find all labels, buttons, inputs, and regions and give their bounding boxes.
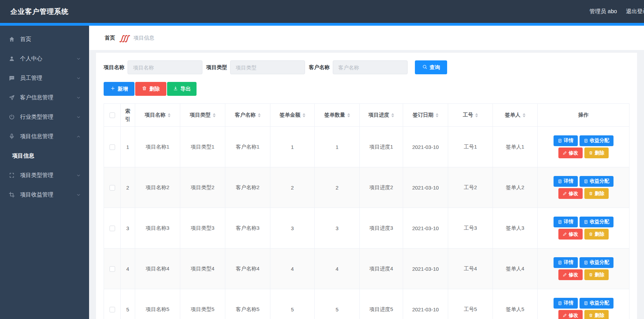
breadcrumb: 首页 ∭ 项目信息 — [89, 26, 644, 50]
sidebar-item-profile-center[interactable]: 个人中心 — [0, 49, 89, 68]
edit-button[interactable]: 修改 — [558, 148, 583, 158]
cell-actions: 详情收益分配修改删除 — [538, 208, 629, 249]
row-delete-button[interactable]: 删除 — [584, 148, 609, 158]
sort-icon[interactable] — [168, 113, 171, 117]
sidebar-item-project-income-mgmt[interactable]: 项目收益管理 — [0, 185, 89, 204]
search-icon — [422, 64, 427, 70]
select-all-checkbox[interactable] — [110, 112, 115, 118]
detail-button[interactable]: 详情 — [554, 135, 578, 146]
sort-icon[interactable] — [523, 113, 525, 117]
sidebar-item-label: 项目类型管理 — [20, 172, 53, 179]
income-share-button[interactable]: 收益分配 — [580, 298, 613, 309]
row-delete-button[interactable]: 删除 — [584, 229, 609, 240]
cell-sign-amount: 4 — [270, 249, 315, 289]
cell-project-type: 项目类型3 — [180, 208, 225, 249]
income-share-button[interactable]: 收益分配 — [580, 135, 613, 146]
cell-customer-name: 客户名称5 — [225, 289, 270, 319]
sort-icon[interactable] — [303, 113, 305, 117]
export-button[interactable]: 导出 — [167, 82, 197, 96]
sidebar-item-project-info-mgmt[interactable]: 项目信息管理 — [0, 127, 89, 146]
breadcrumb-home[interactable]: 首页 — [105, 35, 115, 41]
income-share-button[interactable]: 收益分配 — [580, 257, 613, 268]
filter-label: 项目名称 — [104, 64, 124, 71]
delete-button[interactable]: 删除 — [135, 82, 166, 96]
filter-label: 客户名称 — [309, 64, 330, 71]
main-content: 首页 ∭ 项目信息 项目名称项目类型客户名称 查询 新增 删除 — [89, 26, 644, 319]
row-delete-button[interactable]: 删除 — [584, 310, 609, 319]
cell-sign-quantity: 2 — [315, 167, 360, 208]
column-header-project-progress[interactable]: 项目进度 — [360, 104, 403, 127]
detail-button[interactable]: 详情 — [554, 257, 578, 268]
logout-link[interactable]: 退出登录 — [626, 8, 644, 15]
cell-project-name: 项目名称3 — [135, 208, 180, 249]
edit-button[interactable]: 修改 — [558, 188, 583, 199]
plus-icon — [110, 86, 115, 92]
detail-button[interactable]: 详情 — [554, 176, 578, 187]
detail-button[interactable]: 详情 — [554, 217, 578, 227]
doc-icon — [558, 138, 562, 143]
customer-name-input[interactable] — [333, 60, 408, 74]
sort-icon[interactable] — [391, 113, 394, 117]
sort-icon[interactable] — [258, 113, 261, 117]
breadcrumb-separator-icon: ∭ — [120, 34, 129, 42]
sidebar-item-home[interactable]: 首页 — [0, 30, 89, 49]
current-user[interactable]: 管理员 abo — [590, 8, 617, 15]
trash-icon — [589, 272, 593, 277]
column-header-sign-quantity[interactable]: 签单数量 — [315, 104, 360, 127]
search-button[interactable]: 查询 — [415, 60, 447, 74]
row-checkbox[interactable] — [110, 144, 115, 150]
row-checkbox[interactable] — [110, 226, 115, 231]
edit-icon — [563, 313, 567, 318]
row-delete-button[interactable]: 删除 — [584, 188, 609, 199]
sidebar-item-employee-mgmt[interactable]: 员工管理 — [0, 68, 89, 88]
sort-icon[interactable] — [436, 113, 438, 117]
edit-button[interactable]: 修改 — [558, 310, 583, 319]
edit-button[interactable]: 修改 — [558, 229, 583, 240]
cell-worker-id: 工号3 — [448, 208, 493, 249]
sidebar-item-industry-type-mgmt[interactable]: 行业类型管理 — [0, 107, 89, 127]
cell-sign-amount: 1 — [270, 127, 315, 167]
column-header-sign-date[interactable]: 签订日期 — [403, 104, 448, 127]
project-name-input[interactable] — [128, 60, 202, 74]
income-share-button[interactable]: 收益分配 — [580, 217, 613, 227]
table-row: 1项目名称1项目类型1客户名称111项目进度12021-03-10工号1签单人1… — [104, 127, 629, 167]
trash-icon — [589, 232, 593, 236]
income-share-button[interactable]: 收益分配 — [580, 176, 613, 187]
column-header-project-name[interactable]: 项目名称 — [135, 104, 180, 127]
cell-sign-quantity: 3 — [315, 208, 360, 249]
row-checkbox[interactable] — [110, 307, 115, 312]
column-header-sign-amount[interactable]: 签单金额 — [270, 104, 315, 127]
sidebar-item-project-info[interactable]: 项目信息 — [0, 146, 89, 166]
sidebar-item-label: 项目信息管理 — [20, 133, 53, 140]
edit-button[interactable]: 修改 — [558, 269, 583, 280]
cell-sign-amount: 3 — [270, 208, 315, 249]
row-checkbox[interactable] — [110, 266, 115, 272]
sort-icon[interactable] — [475, 113, 478, 117]
column-header-customer-name[interactable]: 客户名称 — [225, 104, 270, 127]
sidebar-menu: 首页个人中心员工管理客户信息管理行业类型管理项目信息管理项目信息项目类型管理项目… — [0, 30, 89, 204]
breadcrumb-current: 项目信息 — [133, 35, 154, 41]
filter-project-type: 项目类型 — [206, 60, 305, 74]
column-header-project-type[interactable]: 项目类型 — [180, 104, 225, 127]
add-button[interactable]: 新增 — [104, 82, 134, 96]
row-delete-button[interactable]: 删除 — [584, 269, 609, 280]
detail-button[interactable]: 详情 — [554, 298, 578, 309]
cell-signer: 签单人3 — [493, 208, 538, 249]
project-type-input[interactable] — [230, 60, 305, 74]
sort-icon[interactable] — [347, 113, 350, 117]
top-navbar: 企业客户管理系统 管理员 abo 退出登录 — [0, 0, 644, 23]
trash-icon — [142, 86, 147, 92]
column-header-index: 索引 — [121, 104, 135, 127]
cell-index: 5 — [121, 289, 135, 319]
sort-icon[interactable] — [213, 113, 216, 117]
row-checkbox[interactable] — [110, 185, 115, 191]
sidebar-item-label: 首页 — [20, 36, 31, 43]
cell-progress: 项目进度3 — [360, 208, 403, 249]
sidebar-item-customer-info-mgmt[interactable]: 客户信息管理 — [0, 88, 89, 107]
column-header-worker-id[interactable]: 工号 — [448, 104, 493, 127]
column-header-signer[interactable]: 签单人 — [493, 104, 538, 127]
app-title: 企业客户管理系统 — [10, 7, 69, 16]
table-header-row: 索引项目名称项目类型客户名称签单金额签单数量项目进度签订日期工号签单人操作 — [104, 104, 629, 127]
cell-sign-amount: 2 — [270, 167, 315, 208]
sidebar-item-project-type-mgmt[interactable]: 项目类型管理 — [0, 166, 89, 185]
